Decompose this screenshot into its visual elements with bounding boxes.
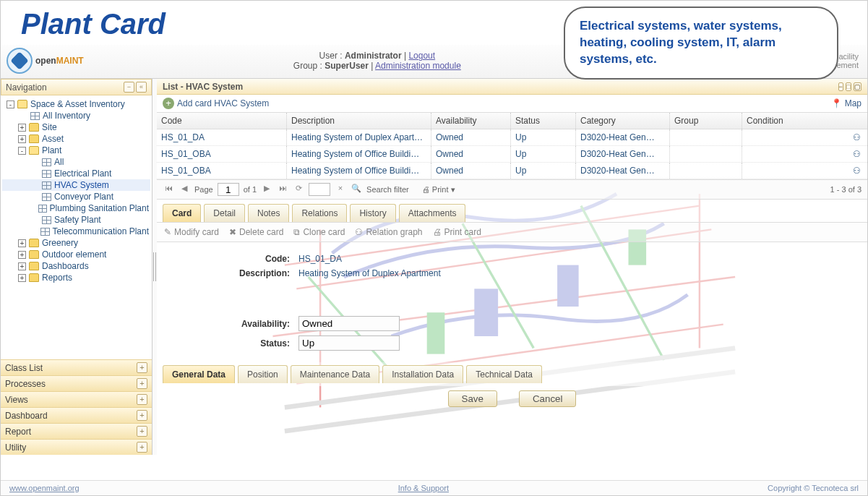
expander-icon[interactable]: + — [18, 251, 26, 259]
list-minimize-icon[interactable]: − — [838, 82, 843, 91]
nav-item-safety-plant[interactable]: Safety Plant — [2, 214, 150, 226]
expander-icon[interactable]: + — [18, 274, 26, 282]
save-button[interactable]: Save — [448, 390, 497, 407]
nav-item-asset[interactable]: +Asset — [2, 133, 150, 145]
expand-icon[interactable]: + — [137, 426, 147, 437]
nav-item-greenery[interactable]: +Greenery — [2, 237, 150, 249]
col-condition[interactable]: Condition — [742, 113, 846, 129]
tab-notes[interactable]: Notes — [248, 204, 289, 222]
tab-technical-data[interactable]: Technical Data — [466, 365, 542, 383]
tab-history[interactable]: History — [350, 204, 395, 222]
pager-last-icon[interactable]: ⏭ — [277, 184, 288, 195]
print-icon: 🖨 — [433, 227, 442, 237]
pager-count: 1 - 3 of 3 — [830, 185, 861, 194]
logout-link[interactable]: Logout — [408, 51, 435, 61]
tab-position[interactable]: Position — [238, 365, 288, 383]
col-category[interactable]: Category — [576, 113, 670, 129]
nav-item-plumbing-sanitation-plant[interactable]: Plumbing Sanitation Plant — [2, 202, 150, 214]
main-panel: List - HVAC System − □ ▢ + Add card HVAC… — [157, 79, 867, 455]
footer-site-link[interactable]: www.openmaint.org — [9, 484, 80, 492]
nav-minimize-icon[interactable]: − — [124, 82, 134, 93]
expand-icon[interactable]: + — [137, 378, 147, 389]
nav-item-all[interactable]: All — [2, 156, 150, 168]
nav-item-telecommunication-plant[interactable]: Telecommunication Plant — [2, 226, 150, 237]
pager-page-input[interactable] — [218, 183, 239, 196]
expand-icon[interactable]: + — [137, 442, 147, 453]
col-code[interactable]: Code — [157, 113, 287, 129]
expander-icon[interactable]: + — [18, 262, 26, 270]
nav-collapse-icon[interactable]: « — [136, 82, 147, 93]
row-graph-icon[interactable]: ⚇ — [846, 163, 867, 179]
nav-item-outdoor-element[interactable]: +Outdoor element — [2, 249, 150, 260]
nav-tree[interactable]: -Space & Asset InventoryAll Inventory+Si… — [1, 95, 152, 359]
row-graph-icon[interactable]: ⚇ — [846, 129, 867, 145]
sidebar-accordion[interactable]: Class List+Processes+Views+Dashboard+Rep… — [1, 359, 152, 455]
table-row[interactable]: HS_01_OBAHeating System of Office Buildi… — [157, 163, 867, 179]
tab-card[interactable]: Card — [163, 204, 201, 222]
nav-item-dashboards[interactable]: +Dashboards — [2, 260, 150, 272]
add-card-button[interactable]: + Add card HVAC System — [163, 98, 269, 109]
table-row[interactable]: HS_01_OBAHeating System of Office Buildi… — [157, 146, 867, 163]
map-button[interactable]: 📍 Map — [831, 98, 861, 108]
print-button[interactable]: 🖨 Print ▾ — [422, 185, 455, 194]
expander-icon[interactable]: + — [18, 135, 26, 143]
nav-item-hvac-system[interactable]: HVAC System — [2, 179, 150, 191]
pager-next-icon[interactable]: ▶ — [261, 184, 272, 195]
search-icon[interactable]: 🔍 — [351, 184, 362, 195]
search-clear-icon[interactable]: × — [335, 184, 346, 195]
accordion-utility[interactable]: Utility+ — [1, 439, 152, 455]
expand-icon[interactable]: + — [137, 410, 147, 421]
tab-general-data[interactable]: General Data — [163, 365, 235, 383]
tab-installation-data[interactable]: Installation Data — [382, 365, 463, 383]
expander-icon[interactable]: + — [18, 124, 26, 132]
expander-icon[interactable]: - — [18, 147, 26, 155]
delete-card-button[interactable]: ✖Delete card — [229, 227, 283, 237]
expander-icon[interactable]: - — [7, 101, 14, 108]
cancel-button[interactable]: Cancel — [519, 390, 577, 407]
expand-icon[interactable]: + — [137, 362, 147, 373]
col-group[interactable]: Group — [670, 113, 742, 129]
pager-prev-icon[interactable]: ◀ — [179, 184, 190, 195]
col-availability[interactable]: Availability — [431, 113, 511, 129]
expand-icon[interactable]: + — [137, 394, 147, 405]
list-maximize-icon[interactable]: ▢ — [854, 82, 861, 91]
pager-refresh-icon[interactable]: ⟳ — [293, 184, 304, 195]
modify-card-button[interactable]: ✎Modify card — [164, 227, 219, 237]
nav-item-reports[interactable]: +Reports — [2, 272, 150, 283]
print-card-button[interactable]: 🖨Print card — [433, 227, 481, 237]
accordion-dashboard[interactable]: Dashboard+ — [1, 407, 152, 423]
col-status[interactable]: Status — [511, 113, 576, 129]
clone-card-button[interactable]: ⧉Clone card — [293, 227, 345, 237]
nav-item-electrical-plant[interactable]: Electrical Plant — [2, 168, 150, 179]
accordion-report[interactable]: Report+ — [1, 423, 152, 439]
relation-graph-button[interactable]: ⚇Relation graph — [355, 227, 422, 237]
tab-relations[interactable]: Relations — [292, 204, 347, 222]
table-row[interactable]: HS_01_DAHeating System of Duplex Apart…O… — [157, 129, 867, 146]
expander-icon[interactable]: + — [18, 239, 26, 247]
tab-maintenance-data[interactable]: Maintenance Data — [291, 365, 379, 383]
nav-item-all-inventory[interactable]: All Inventory — [2, 110, 150, 121]
nav-item-plant[interactable]: -Plant — [2, 145, 150, 156]
footer: www.openmaint.org Info & Support Copyrig… — [1, 480, 867, 495]
nav-item-site[interactable]: +Site — [2, 121, 150, 133]
row-graph-icon[interactable]: ⚇ — [846, 146, 867, 162]
accordion-processes[interactable]: Processes+ — [1, 375, 152, 391]
current-group: SuperUser — [325, 61, 369, 71]
nav-item-space-asset-inventory[interactable]: -Space & Asset Inventory — [2, 98, 150, 110]
accordion-class-list[interactable]: Class List+ — [1, 359, 152, 375]
grid-header-row: Code Description Availability Status Cat… — [157, 113, 867, 129]
list-grid: Code Description Availability Status Cat… — [157, 112, 867, 179]
col-description[interactable]: Description — [287, 113, 431, 129]
card-tabs: CardDetailNotesRelationsHistoryAttachmen… — [157, 200, 867, 222]
pager-first-icon[interactable]: ⏮ — [163, 184, 174, 195]
footer-support-link[interactable]: Info & Support — [398, 484, 449, 492]
admin-module-link[interactable]: Administration module — [375, 61, 461, 71]
search-input[interactable] — [309, 183, 330, 196]
status-select[interactable] — [298, 335, 400, 351]
availability-select[interactable] — [298, 316, 400, 331]
tab-detail[interactable]: Detail — [204, 204, 245, 222]
list-restore-icon[interactable]: □ — [846, 82, 851, 91]
nav-item-conveyor-plant[interactable]: Conveyor Plant — [2, 191, 150, 202]
tab-attachments[interactable]: Attachments — [399, 204, 466, 222]
accordion-views[interactable]: Views+ — [1, 391, 152, 407]
